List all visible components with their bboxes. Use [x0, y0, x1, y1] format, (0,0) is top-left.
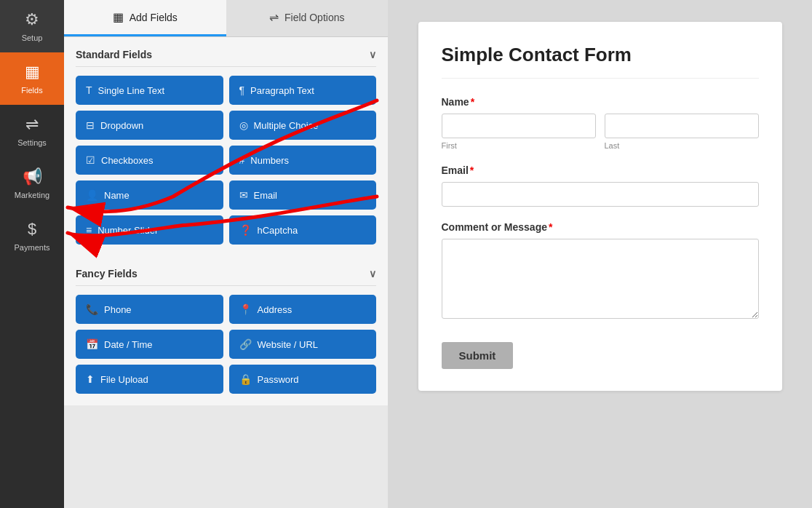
number-slider-label: Number Slider	[97, 225, 158, 236]
submit-button[interactable]: Submit	[442, 342, 514, 369]
fields-wrapper: ▦ Add Fields ⇌ Field Options Standard Fi…	[64, 0, 388, 508]
field-btn-address[interactable]: 📍Address	[229, 295, 377, 324]
fields-icon: ▦	[25, 63, 40, 82]
standard-fields-section: Standard Fields ∨ TSingle Line Text¶Para…	[64, 37, 388, 256]
preview-panel: Simple Contact Form Name* First Last	[388, 0, 812, 508]
fancy-fields-chevron[interactable]: ∨	[369, 268, 376, 279]
payments-label: Payments	[15, 243, 50, 252]
settings-label: Settings	[17, 138, 47, 147]
field-btn-phone[interactable]: 📞Phone	[76, 295, 223, 324]
address-icon: 📍	[239, 303, 252, 315]
field-options-icon: ⇌	[269, 10, 279, 24]
sidebar-item-fields[interactable]: ▦Fields	[0, 52, 64, 105]
field-btn-checkboxes[interactable]: ☑Checkboxes	[76, 146, 223, 175]
main-content: ▦ Add Fields ⇌ Field Options Standard Fi…	[64, 0, 812, 508]
email-label: Email	[254, 190, 278, 201]
standard-fields-grid: TSingle Line Text¶Paragraph Text⊟Dropdow…	[76, 76, 376, 245]
fancy-fields-grid: 📞Phone📍Address📅Date / Time🔗Website / URL…	[76, 295, 376, 394]
sidebar-item-settings[interactable]: ⇌Settings	[0, 105, 64, 157]
sidebar-item-setup[interactable]: ⚙Setup	[0, 0, 64, 52]
website-url-icon: 🔗	[239, 338, 252, 350]
single-line-text-icon: T	[86, 84, 92, 96]
dropdown-label: Dropdown	[100, 120, 143, 131]
hcaptcha-icon: ❓	[239, 224, 252, 236]
field-btn-single-line-text[interactable]: TSingle Line Text	[76, 76, 223, 105]
tab-add-fields[interactable]: ▦ Add Fields	[64, 0, 226, 36]
website-url-label: Website / URL	[258, 339, 319, 350]
file-upload-icon: ⬆	[86, 373, 95, 385]
date-time-icon: 📅	[86, 338, 98, 350]
first-label: First	[442, 141, 596, 150]
paragraph-text-icon: ¶	[239, 84, 245, 96]
message-group: Comment or Message*	[442, 221, 759, 322]
tab-field-options-label: Field Options	[284, 12, 344, 23]
name-required: *	[471, 96, 474, 108]
field-btn-file-upload[interactable]: ⬆File Upload	[76, 365, 223, 394]
address-label: Address	[258, 304, 292, 315]
field-btn-date-time[interactable]: 📅Date / Time	[76, 330, 223, 359]
field-btn-paragraph-text[interactable]: ¶Paragraph Text	[229, 76, 377, 105]
phone-icon: 📞	[86, 303, 98, 315]
tab-add-fields-label: Add Fields	[130, 12, 178, 23]
setup-icon: ⚙	[25, 10, 39, 29]
tab-field-options[interactable]: ⇌ Field Options	[226, 0, 389, 36]
multiple-choice-label: Multiple Choice	[254, 120, 319, 131]
field-btn-name[interactable]: 👤Name	[76, 180, 223, 210]
settings-icon: ⇌	[25, 115, 39, 134]
dropdown-icon: ⊟	[86, 119, 95, 131]
fancy-fields-section: Fancy Fields ∨ 📞Phone📍Address📅Date / Tim…	[64, 256, 388, 405]
standard-fields-title: Standard Fields	[76, 49, 152, 60]
first-name-col: First	[442, 114, 596, 150]
add-fields-icon: ▦	[113, 10, 124, 24]
checkboxes-icon: ☑	[86, 154, 95, 166]
field-btn-dropdown[interactable]: ⊟Dropdown	[76, 111, 223, 140]
email-input[interactable]	[442, 182, 759, 207]
multiple-choice-icon: ◎	[239, 119, 248, 131]
name-row: First Last	[442, 114, 759, 150]
sidebar: ⚙Setup▦Fields⇌Settings📢Marketing$Payment…	[0, 0, 64, 508]
field-btn-email[interactable]: ✉Email	[229, 180, 377, 210]
payments-icon: $	[28, 220, 36, 239]
setup-label: Setup	[22, 33, 43, 42]
email-icon: ✉	[239, 189, 248, 201]
field-btn-numbers[interactable]: #Numbers	[229, 146, 377, 175]
standard-fields-header: Standard Fields ∨	[76, 49, 376, 67]
name-icon: 👤	[86, 189, 98, 201]
marketing-icon: 📢	[23, 167, 42, 186]
fancy-fields-title: Fancy Fields	[76, 268, 138, 279]
numbers-label: Numbers	[250, 155, 289, 166]
sidebar-item-payments[interactable]: $Payments	[0, 210, 64, 262]
name-group: Name* First Last	[442, 96, 759, 150]
password-label: Password	[258, 374, 299, 385]
form-title: Simple Contact Form	[442, 44, 759, 79]
fancy-fields-header: Fancy Fields ∨	[76, 268, 376, 286]
first-name-input[interactable]	[442, 114, 596, 138]
name-label: Name	[104, 190, 130, 201]
last-name-input[interactable]	[605, 114, 759, 138]
checkboxes-label: Checkboxes	[101, 155, 154, 166]
field-btn-hcaptcha[interactable]: ❓hCaptcha	[229, 215, 377, 245]
field-btn-multiple-choice[interactable]: ◎Multiple Choice	[229, 111, 377, 140]
marketing-label: Marketing	[15, 191, 49, 199]
sidebar-item-marketing[interactable]: 📢Marketing	[0, 157, 64, 210]
single-line-text-label: Single Line Text	[98, 85, 165, 96]
field-btn-website-url[interactable]: 🔗Website / URL	[229, 330, 377, 359]
fields-label: Fields	[21, 86, 42, 95]
last-name-col: Last	[605, 114, 759, 150]
field-btn-password[interactable]: 🔒Password	[229, 365, 377, 394]
numbers-icon: #	[239, 154, 245, 166]
form-preview: Simple Contact Form Name* First Last	[418, 22, 782, 391]
paragraph-text-label: Paragraph Text	[250, 85, 314, 96]
email-required: *	[470, 164, 474, 176]
fields-panel: ▦ Add Fields ⇌ Field Options Standard Fi…	[64, 0, 388, 405]
message-input[interactable]	[442, 239, 759, 319]
name-label: Name*	[442, 96, 759, 108]
last-label: Last	[605, 141, 759, 150]
field-btn-number-slider[interactable]: ≡Number Slider	[76, 215, 223, 245]
email-label: Email*	[442, 164, 759, 176]
standard-fields-chevron[interactable]: ∨	[369, 49, 376, 60]
hcaptcha-label: hCaptcha	[258, 225, 298, 236]
message-label: Comment or Message*	[442, 221, 759, 233]
date-time-label: Date / Time	[104, 339, 152, 350]
phone-label: Phone	[104, 304, 132, 315]
